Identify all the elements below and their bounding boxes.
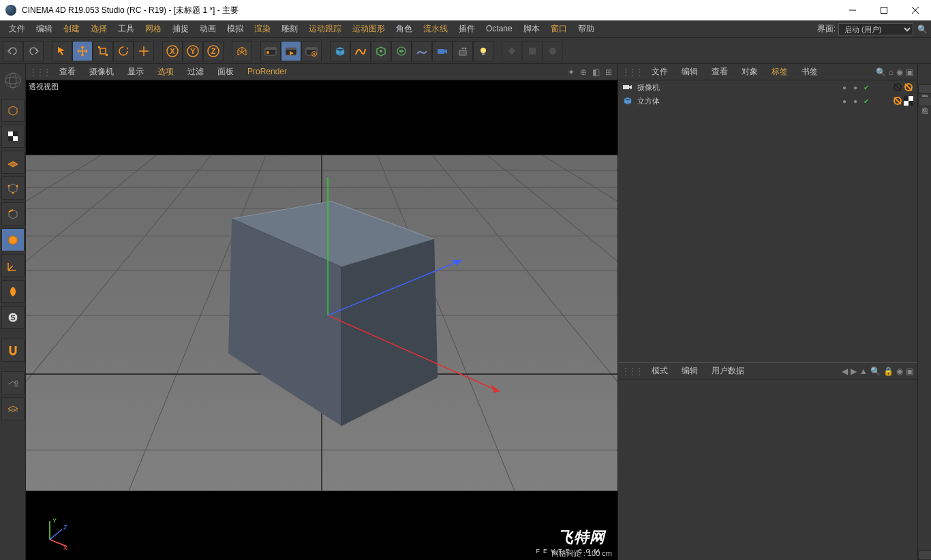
extra2-button[interactable] [522,41,543,61]
expand-icon[interactable]: ▣ [906,367,913,376]
last-tool-button[interactable] [134,41,154,61]
vtab-2[interactable]: 构造 [918,97,932,106]
new-win-icon[interactable]: ◉ [896,367,903,376]
mode-workplane-button[interactable] [1,151,25,174]
workplane-lock-button[interactable] [1,371,25,394]
render-view-button[interactable] [260,41,281,61]
objmenu-编辑[interactable]: 编辑 [675,65,705,78]
menu-脚本[interactable]: 脚本 [518,22,545,35]
menu-选择[interactable]: 选择 [85,22,112,35]
objmenu-书签[interactable]: 书签 [795,65,825,78]
vp-nav1-icon[interactable]: ✦ [568,67,575,77]
objmenu-查看[interactable]: 查看 [705,65,735,78]
vp-nav3-icon[interactable]: ◧ [592,67,600,77]
menu-文件[interactable]: 文件 [3,22,31,35]
layout-dropdown[interactable]: 启动 (用户) [838,23,913,35]
workplane-mode-button[interactable] [1,397,25,420]
menu-运动图形[interactable]: 运动图形 [347,22,391,35]
magnet-button[interactable] [1,339,25,362]
spline-button[interactable] [350,41,371,61]
render-settings-button[interactable] [301,41,322,61]
deformer-button[interactable] [391,41,412,61]
vis-render-icon[interactable]: ● [851,82,860,92]
primitive-button[interactable] [330,41,350,61]
search-icon[interactable]: 🔍 [917,25,928,34]
scale-button[interactable] [93,41,113,61]
tag-target-black[interactable] [893,82,902,92]
menu-流水线[interactable]: 流水线 [418,22,453,35]
obj-row-摄像机[interactable]: 摄像机●●✔ [618,80,917,94]
objmenu-文件[interactable]: 文件 [645,65,675,78]
vpmenu-显示[interactable]: 显示 [121,65,151,78]
render-pv-button[interactable] [281,41,301,61]
generator-button[interactable] [371,41,391,61]
z-axis-button[interactable]: Z [203,41,224,61]
world-icon[interactable] [0,64,25,97]
vpmenu-面板[interactable]: 面板 [211,65,241,78]
attrmenu-模式[interactable]: 模式 [645,364,675,377]
mode-polygon-button[interactable] [1,228,25,251]
vpmenu-过滤[interactable]: 过滤 [181,65,211,78]
grip-icon[interactable]: ⋮⋮⋮ [29,67,50,77]
light-button[interactable] [453,41,473,61]
minimize-button[interactable] [837,0,868,20]
vp-nav4-icon[interactable]: ⊞ [605,67,612,77]
rotate-button[interactable] [113,41,134,61]
expand-icon[interactable]: ▣ [906,67,913,77]
undo-button[interactable] [3,41,23,61]
vis-editor-icon[interactable]: ● [840,82,849,92]
menu-Octane[interactable]: Octane [480,22,518,35]
enable-icon[interactable]: ✔ [861,82,871,92]
menu-网格[interactable]: 网格 [140,22,167,35]
menu-模拟[interactable]: 模拟 [222,22,249,35]
menu-创建[interactable]: 创建 [58,22,85,35]
attrmenu-编辑[interactable]: 编辑 [675,364,705,377]
attrmenu-用户数据[interactable]: 用户数据 [705,364,751,377]
vis-render-icon[interactable]: ● [851,96,860,106]
environment-button[interactable] [412,41,432,61]
vpmenu-查看[interactable]: 查看 [52,65,82,78]
close-button[interactable] [900,0,931,20]
make-editable-button[interactable] [1,99,25,122]
menu-运动跟踪[interactable]: 运动跟踪 [303,22,347,35]
extra1-button[interactable] [502,41,522,61]
vpmenu-摄像机[interactable]: 摄像机 [82,65,121,78]
menu-窗口[interactable]: 窗口 [545,22,573,35]
menu-捕捉[interactable]: 捕捉 [167,22,194,35]
vis-editor-icon[interactable]: ● [840,96,849,106]
redo-button[interactable] [23,41,44,61]
menu-工具[interactable]: 工具 [112,22,140,35]
vtab-1[interactable]: 内容浏览器 [918,84,932,94]
extra3-button[interactable] [543,41,563,61]
nav-back-icon[interactable]: ◀ [842,367,848,376]
vp-nav2-icon[interactable]: ⊕ [580,67,587,77]
live-select-button[interactable] [52,41,72,61]
menu-角色[interactable]: 角色 [391,22,418,35]
mode-edge-button[interactable] [1,202,25,225]
objmenu-标签[interactable]: 标签 [765,65,795,78]
menu-帮助[interactable]: 帮助 [573,22,600,35]
axis-button[interactable] [1,254,25,277]
y-axis-button[interactable]: Y [183,41,203,61]
obj-row-立方体[interactable]: 立方体●●✔ [618,94,917,108]
snap-button[interactable]: S [1,306,25,329]
tag-target-orange[interactable] [893,96,902,106]
model-button[interactable] [1,280,25,303]
move-button[interactable] [72,41,93,61]
search-icon[interactable]: 🔍 [870,367,881,376]
objmenu-对象[interactable]: 对象 [735,65,765,78]
menu-动画[interactable]: 动画 [194,22,222,35]
vtab-3[interactable]: 复位 [918,550,932,560]
menu-插件[interactable]: 插件 [453,22,480,35]
coord-sys-button[interactable] [232,41,252,61]
search-icon[interactable]: 🔍 [876,67,886,77]
vpmenu-ProRender[interactable]: ProRender [241,65,294,78]
lock-icon[interactable]: 🔒 [883,367,894,376]
maximize-button[interactable] [868,0,900,20]
x-axis-button[interactable]: X [162,41,183,61]
nav-up-icon[interactable]: ▲ [859,367,868,376]
tag-checker[interactable] [904,96,913,106]
camera-button[interactable] [432,41,453,61]
grip-icon[interactable]: ⋮⋮⋮ [622,67,642,77]
home-icon[interactable]: ⌂ [889,67,894,77]
